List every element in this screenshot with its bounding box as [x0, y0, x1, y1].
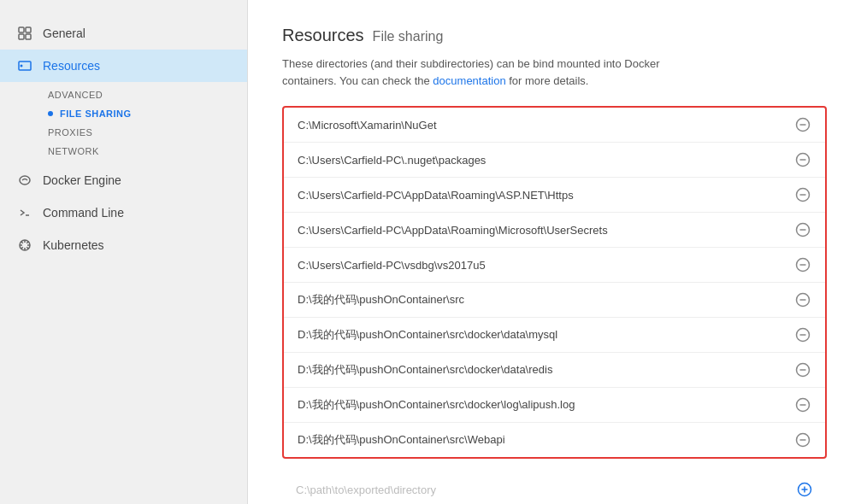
page-subtitle: File sharing — [373, 29, 444, 44]
dir-path: D:\我的代码\pushOnContainer\src\Webapi — [298, 432, 794, 448]
grid-icon — [17, 26, 32, 41]
remove-directory-button[interactable] — [794, 291, 811, 308]
file-sharing-label: FILE SHARING — [60, 108, 132, 119]
page-header: Resources File sharing — [282, 26, 827, 45]
table-row: C:\Users\Carfield-PC\AppData\Roaming\ASP… — [284, 178, 825, 213]
sidebar-item-general-label: General — [43, 26, 86, 40]
dir-path: D:\我的代码\pushOnContainer\src\docker\data\… — [298, 362, 794, 378]
table-row: C:\Users\Carfield-PC\.nuget\packages — [284, 143, 825, 178]
sidebar-item-command-line-label: Command Line — [43, 206, 124, 220]
dir-path: D:\我的代码\pushOnContainer\src — [298, 292, 794, 308]
svg-line-14 — [27, 247, 28, 249]
docker-icon — [17, 173, 32, 188]
dir-path: C:\Microsoft\Xamarin\NuGet — [298, 119, 794, 132]
advanced-label: ADVANCED — [48, 90, 103, 100]
active-dot — [48, 111, 53, 116]
table-row: D:\我的代码\pushOnContainer\src\docker\log\a… — [284, 388, 825, 423]
proxies-label: PROXIES — [48, 127, 92, 138]
sidebar-item-kubernetes-label: Kubernetes — [43, 238, 104, 252]
svg-rect-2 — [19, 34, 24, 39]
documentation-link[interactable]: documentation — [433, 74, 505, 87]
sidebar: General Resources ADVANCED FILE SHARING … — [0, 0, 248, 504]
page-title: Resources — [282, 26, 364, 45]
add-directory-row: C:\path\to\exported\directory — [282, 472, 827, 504]
remove-directory-button[interactable] — [794, 116, 811, 133]
terminal-icon — [17, 205, 32, 220]
remove-directory-button[interactable] — [794, 396, 811, 413]
dir-path: D:\我的代码\pushOnContainer\src\docker\log\a… — [298, 397, 794, 413]
sidebar-item-docker-engine-label: Docker Engine — [43, 173, 121, 187]
sidebar-item-docker-engine[interactable]: Docker Engine — [0, 164, 247, 196]
network-label: NETWORK — [48, 146, 99, 156]
main-content: Resources File sharing These directories… — [248, 0, 861, 504]
remove-directory-button[interactable] — [794, 256, 811, 273]
sidebar-sub-file-sharing[interactable]: FILE SHARING — [0, 104, 247, 123]
desc-text-3: for more details. — [506, 74, 589, 87]
svg-point-5 — [21, 65, 23, 67]
svg-point-6 — [20, 176, 30, 185]
svg-rect-0 — [19, 27, 24, 32]
sidebar-sub-network[interactable]: NETWORK — [0, 142, 247, 161]
svg-rect-3 — [26, 34, 31, 39]
dir-path: C:\Users\Carfield-PC\AppData\Roaming\ASP… — [298, 189, 794, 202]
svg-line-15 — [27, 242, 28, 243]
kubernetes-icon — [17, 237, 32, 253]
dir-path: C:\Users\Carfield-PC\vsdbg\vs2017u5 — [298, 259, 794, 272]
dir-path: C:\Users\Carfield-PC\.nuget\packages — [298, 154, 794, 167]
table-row: C:\Microsoft\Xamarin\NuGet — [284, 108, 825, 143]
svg-line-13 — [21, 242, 23, 243]
remove-directory-button[interactable] — [794, 326, 811, 343]
add-directory-button[interactable] — [796, 481, 813, 498]
page-description: These directories (and their subdirector… — [282, 56, 827, 89]
sidebar-sub-advanced[interactable]: ADVANCED — [0, 85, 247, 104]
table-row: D:\我的代码\pushOnContainer\src\docker\data\… — [284, 318, 825, 353]
desc-text-1: These directories (and their subdirector… — [282, 57, 660, 70]
remove-directory-button[interactable] — [794, 431, 811, 448]
sidebar-item-resources[interactable]: Resources — [0, 50, 247, 82]
table-row: D:\我的代码\pushOnContainer\src\Webapi — [284, 423, 825, 457]
sidebar-sub-proxies[interactable]: PROXIES — [0, 123, 247, 142]
dir-path: D:\我的代码\pushOnContainer\src\docker\data\… — [298, 327, 794, 343]
sidebar-sub-menu: ADVANCED FILE SHARING PROXIES NETWORK — [0, 82, 247, 164]
svg-rect-1 — [26, 27, 31, 32]
table-row: D:\我的代码\pushOnContainer\src — [284, 283, 825, 318]
sidebar-item-resources-label: Resources — [43, 59, 100, 73]
table-row: D:\我的代码\pushOnContainer\src\docker\data\… — [284, 353, 825, 388]
sidebar-item-general[interactable]: General — [0, 17, 247, 50]
remove-directory-button[interactable] — [794, 151, 811, 168]
table-row: C:\Users\Carfield-PC\vsdbg\vs2017u5 — [284, 248, 825, 283]
resources-icon — [17, 58, 32, 73]
sidebar-item-command-line[interactable]: Command Line — [0, 196, 247, 229]
remove-directory-button[interactable] — [794, 361, 811, 378]
table-row: C:\Users\Carfield-PC\AppData\Roaming\Mic… — [284, 213, 825, 248]
remove-directory-button[interactable] — [794, 221, 811, 238]
desc-text-2: containers. You can check the — [282, 74, 433, 87]
sidebar-item-kubernetes[interactable]: Kubernetes — [0, 229, 247, 261]
remove-directory-button[interactable] — [794, 186, 811, 203]
dir-path: C:\Users\Carfield-PC\AppData\Roaming\Mic… — [298, 224, 794, 237]
add-path-placeholder: C:\path\to\exported\directory — [296, 483, 796, 496]
directory-list: C:\Microsoft\Xamarin\NuGet C:\Users\Carf… — [282, 106, 827, 459]
svg-line-16 — [21, 247, 23, 249]
